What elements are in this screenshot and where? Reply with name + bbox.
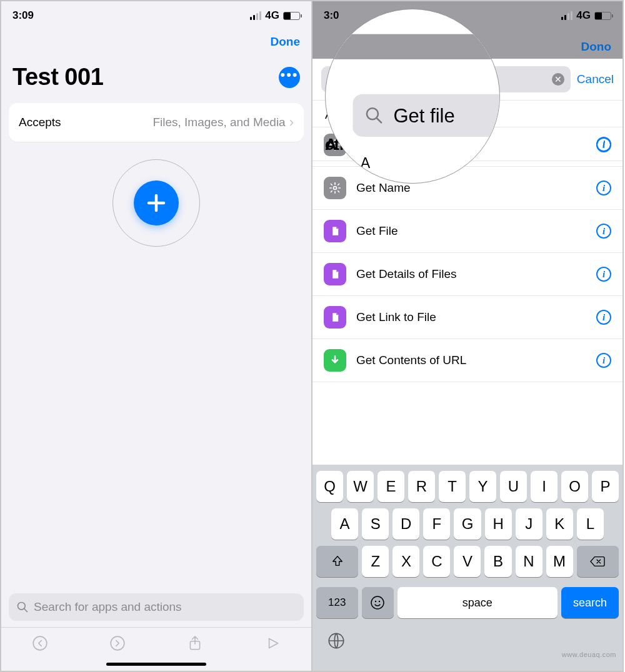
network-label: 4G	[265, 9, 279, 22]
backspace-icon	[589, 555, 606, 568]
info-button[interactable]: i	[596, 310, 611, 325]
info-button[interactable]: i	[596, 224, 611, 239]
svg-point-16	[379, 601, 380, 602]
key-z[interactable]: Z	[362, 546, 389, 577]
accepts-value: Files, Images, and Media	[152, 116, 285, 129]
action-row[interactable]: Get Contents of URL i	[312, 339, 622, 382]
key-g[interactable]: G	[454, 508, 481, 540]
document-icon	[324, 263, 346, 285]
action-label: Get File	[356, 224, 586, 238]
key-y[interactable]: Y	[469, 471, 496, 502]
action-label: Get Contents of URL	[356, 353, 586, 367]
dimmed-done-label: Dono	[581, 40, 611, 54]
key-b[interactable]: B	[484, 546, 511, 577]
shift-key[interactable]	[316, 546, 358, 577]
title-row: Test 001 •••	[1, 54, 311, 103]
space-key[interactable]: space	[398, 587, 558, 618]
shortcut-title: Test 001	[12, 64, 103, 91]
key-i[interactable]: I	[531, 471, 558, 502]
key-x[interactable]: X	[392, 546, 419, 577]
key-h[interactable]: H	[485, 508, 512, 540]
info-button[interactable]: i	[596, 353, 611, 368]
info-button[interactable]: i	[596, 137, 611, 152]
key-u[interactable]: U	[500, 471, 527, 502]
key-o[interactable]: O	[561, 471, 588, 502]
lens-search-value: Get file	[394, 104, 455, 127]
key-m[interactable]: M	[546, 546, 573, 577]
magnifier-lens: Get file A ctions	[325, 9, 500, 184]
key-q[interactable]: Q	[316, 471, 343, 502]
document-icon	[324, 220, 346, 242]
undo-button[interactable]	[32, 635, 48, 653]
add-action-button[interactable]	[134, 180, 179, 225]
action-row[interactable]: Get Link to File i	[312, 296, 622, 339]
redo-icon	[109, 635, 126, 651]
gear-icon	[324, 177, 346, 199]
key-n[interactable]: N	[516, 546, 542, 577]
key-d[interactable]: D	[392, 508, 419, 540]
numbers-key[interactable]: 123	[316, 587, 358, 618]
backspace-key[interactable]	[577, 546, 619, 577]
search-icon	[364, 106, 384, 125]
accepts-row[interactable]: Accepts Files, Images, and Media ›	[9, 103, 304, 142]
clear-search-button[interactable]: ✕	[552, 73, 564, 86]
accepts-label: Accepts	[19, 116, 61, 129]
key-a[interactable]: A	[331, 508, 358, 540]
search-placeholder: Search for apps and actions	[34, 600, 182, 614]
svg-point-3	[111, 636, 124, 650]
key-v[interactable]: V	[454, 546, 481, 577]
left-screenshot: 3:09 4G Done Test 001 ••• Accepts Files,…	[0, 0, 312, 672]
info-button[interactable]: i	[596, 267, 611, 282]
action-row[interactable]: Get Name i	[312, 167, 622, 210]
globe-icon[interactable]	[328, 632, 345, 650]
document-icon	[324, 306, 346, 329]
done-button[interactable]: Done	[271, 35, 301, 49]
action-label: Get Link to File	[356, 310, 586, 324]
search-icon	[16, 601, 29, 613]
play-button[interactable]	[264, 635, 281, 653]
status-bar: 3:09 4G	[1, 1, 311, 30]
undo-icon	[32, 635, 48, 651]
clock: 3:0	[324, 9, 339, 22]
play-icon	[264, 635, 281, 651]
right-screenshot: 3:0 4G Dono ✕ Cancel A	[311, 0, 624, 672]
key-j[interactable]: J	[516, 508, 542, 540]
key-f[interactable]: F	[423, 508, 450, 540]
svg-point-15	[375, 601, 376, 602]
watermark: www.deuaq.com	[562, 651, 616, 658]
share-icon	[187, 635, 203, 651]
network-label: 4G	[576, 9, 591, 22]
nav-bar: Done	[1, 30, 311, 54]
cancel-button[interactable]: Cancel	[577, 72, 614, 86]
close-icon: ✕	[554, 75, 562, 84]
shift-icon	[331, 555, 344, 568]
download-icon	[324, 349, 346, 372]
key-k[interactable]: K	[546, 508, 573, 540]
signal-icon	[561, 11, 572, 20]
redo-button[interactable]	[109, 635, 126, 653]
emoji-icon	[370, 595, 385, 610]
info-button[interactable]: i	[596, 180, 611, 195]
key-t[interactable]: T	[439, 471, 466, 502]
signal-icon	[250, 11, 261, 20]
action-row[interactable]: Get Details of Files i	[312, 253, 622, 296]
share-button[interactable]	[187, 635, 203, 653]
key-s[interactable]: S	[362, 508, 389, 540]
key-l[interactable]: L	[577, 508, 604, 540]
status-right: 4G	[250, 9, 300, 22]
emoji-key[interactable]	[362, 587, 394, 618]
svg-point-2	[33, 636, 47, 650]
key-e[interactable]: E	[378, 471, 404, 502]
key-p[interactable]: P	[592, 471, 619, 502]
action-row[interactable]: Get File i	[312, 210, 622, 253]
key-r[interactable]: R	[408, 471, 435, 502]
more-button[interactable]: •••	[279, 67, 300, 88]
svg-line-1	[24, 609, 28, 612]
svg-line-13	[376, 118, 381, 123]
action-label: Get Details of Files	[356, 267, 586, 281]
keyboard: QWERTYUIOP ASDFGHJKL ZXCVBNM 123 space s…	[312, 465, 622, 671]
key-c[interactable]: C	[423, 546, 450, 577]
search-key[interactable]: search	[561, 587, 619, 618]
search-input[interactable]: Search for apps and actions	[9, 593, 304, 621]
key-w[interactable]: W	[347, 471, 374, 502]
